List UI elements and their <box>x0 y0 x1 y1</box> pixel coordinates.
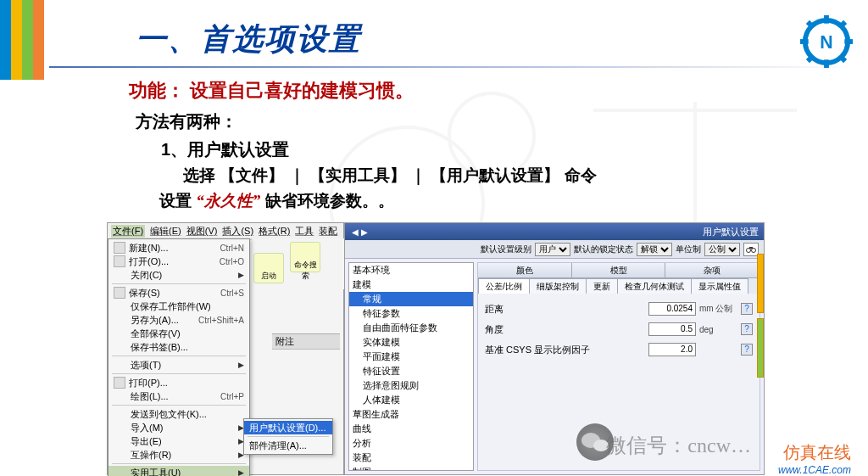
tree-item-6[interactable]: 平面建模 <box>349 350 473 364</box>
toolbar-start-button[interactable]: 启动 <box>253 253 284 283</box>
file-menu-item-12[interactable]: 打印(P)... <box>108 376 249 389</box>
submenu-item-0[interactable]: 用户默认设置(D)... <box>244 421 332 434</box>
menubar-item-1[interactable]: 编辑(E) <box>150 225 181 238</box>
tree-item-13[interactable]: 装配 <box>349 451 473 465</box>
setting-value-input[interactable]: 2.0 <box>648 343 696 356</box>
menu-item-accel: Ctrl+O <box>220 257 244 266</box>
file-menu-item-8[interactable]: 保存书签(B)... <box>108 340 249 354</box>
note-panel-header: 附注 <box>272 334 340 350</box>
tree-item-2[interactable]: 常规 <box>349 292 473 306</box>
settings-tree[interactable]: 基本环境建模常规特征参数自由曲面特征参数实体建模平面建模特征设置选择意图规则人体… <box>348 262 474 471</box>
tree-item-7[interactable]: 特征设置 <box>349 364 473 378</box>
file-menu-item-16[interactable]: 导入(M)▶ <box>108 421 249 434</box>
function-desc: 设置自己喜好的建模习惯。 <box>190 80 414 101</box>
path-suffix: 命令 <box>565 166 597 184</box>
submenu-item-2[interactable]: 部件清理(A)... <box>244 439 332 452</box>
sub-tab-1[interactable]: 细版架控制 <box>529 278 587 294</box>
menu-item-label: 保存(S) <box>129 287 214 300</box>
setting-row-0: 距离0.0254mm 公制? <box>485 302 753 316</box>
path-seg-userdefaults: 【用户默认设置】 <box>431 166 559 184</box>
help-icon[interactable]: ? <box>741 323 753 335</box>
file-menu-item-17[interactable]: 导出(E)▶ <box>108 434 249 448</box>
menu-item-label: 导入(M) <box>131 422 235 434</box>
category-tab-2[interactable]: 杂项 <box>665 263 760 277</box>
perm-quote-close: ” <box>253 192 261 210</box>
tree-item-3[interactable]: 特征参数 <box>349 306 473 321</box>
tree-item-12[interactable]: 分析 <box>349 436 473 451</box>
menu-item-icon <box>114 377 125 389</box>
menubar: 文件(F)编辑(E)视图(V)插入(S)格式(R)工具装配 <box>108 223 343 240</box>
category-tab-1[interactable]: 模型 <box>572 263 666 277</box>
file-menu-item-7[interactable]: 全部保存(V) <box>108 327 249 340</box>
menu-separator <box>112 283 246 284</box>
level-select[interactable]: 用户 <box>535 243 570 256</box>
tree-item-1[interactable]: 建模 <box>349 277 473 292</box>
file-menu-item-5[interactable]: 仅保存工作部件(W) <box>108 300 249 313</box>
lock-select[interactable]: 解锁 <box>637 243 672 256</box>
menu-item-label: 关闭(C) <box>131 269 235 282</box>
utilities-submenu: 用户默认设置(D)...部件清理(A)... <box>243 418 333 455</box>
menu-item-accel: Ctrl+N <box>220 244 244 253</box>
sub-tab-2[interactable]: 更新 <box>586 278 618 294</box>
tree-item-14[interactable]: 制图 <box>349 465 473 471</box>
sub-tab-4[interactable]: 显示属性值 <box>691 278 748 294</box>
svg-rect-9 <box>844 39 853 44</box>
help-icon[interactable]: ? <box>741 303 753 315</box>
tree-item-4[interactable]: 自由曲面特征参数 <box>349 321 473 335</box>
file-menu-item-13[interactable]: 绘图(L)...Ctrl+P <box>108 389 249 403</box>
submenu-arrow-icon: ▶ <box>238 271 244 279</box>
sub-tab-0[interactable]: 公差/比例 <box>478 278 530 294</box>
unit-select[interactable]: 公制 <box>704 243 740 256</box>
setting-value-input[interactable]: 0.5 <box>648 322 696 336</box>
svg-text:N: N <box>820 32 832 53</box>
dialog-title-bar: ◀ ▶ 用户默认设置 <box>345 223 764 240</box>
setting-value-input[interactable]: 0.0254 <box>648 302 696 316</box>
file-menu-dropdown: 新建(N)...Ctrl+N打开(O)...Ctrl+O关闭(C)▶保存(S)C… <box>108 238 250 476</box>
setting-row-1: 角度0.5deg? <box>485 322 753 336</box>
dialog-nav-arrows[interactable]: ◀ ▶ <box>352 227 368 237</box>
menubar-item-6[interactable]: 装配 <box>319 225 337 238</box>
menubar-item-3[interactable]: 插入(S) <box>222 225 253 238</box>
file-menu-item-18[interactable]: 互操作(R)▶ <box>108 448 249 462</box>
menu-separator <box>112 356 246 356</box>
menu-item-label: 打印(P)... <box>129 377 244 389</box>
menubar-item-5[interactable]: 工具 <box>295 225 314 238</box>
tree-item-11[interactable]: 曲线 <box>349 422 473 436</box>
setting-label: 距离 <box>485 303 648 316</box>
permanent-line: 设置 “永久性” 缺省环境参数。。 <box>159 190 834 212</box>
sub-tabs: 公差/比例细版架控制更新检查几何体测试显示属性值 <box>478 278 760 294</box>
file-menu-item-2[interactable]: 关闭(C)▶ <box>108 268 249 282</box>
tree-item-9[interactable]: 人体建模 <box>349 393 473 407</box>
menu-item-icon <box>114 242 125 254</box>
setting-row-2: 基准 CSYS 显示比例因子2.0? <box>485 343 753 356</box>
file-menu-item-1[interactable]: 打开(O)...Ctrl+O <box>108 255 249 268</box>
setting-label: 基准 CSYS 显示比例因子 <box>485 344 648 356</box>
category-tab-0[interactable]: 颜色 <box>478 263 572 277</box>
tree-item-0[interactable]: 基本环境 <box>349 263 473 277</box>
menubar-item-2[interactable]: 视图(V) <box>186 225 218 238</box>
submenu-arrow-icon: ▶ <box>238 468 244 476</box>
menu-item-accel: Ctrl+S <box>220 288 244 298</box>
menu-item-icon <box>114 287 125 299</box>
handle-1 <box>757 254 764 313</box>
tree-item-5[interactable]: 实体建模 <box>349 335 473 350</box>
path-seg-file: 【文件】 <box>220 166 284 184</box>
tree-item-10[interactable]: 草图生成器 <box>349 407 473 422</box>
file-menu-item-20[interactable]: 实用工具(U)▶ <box>108 466 249 476</box>
file-menu-item-4[interactable]: 保存(S)Ctrl+S <box>108 286 249 300</box>
menubar-item-4[interactable]: 格式(R) <box>259 225 290 238</box>
menubar-item-0[interactable]: 文件(F) <box>111 225 145 238</box>
file-menu-item-10[interactable]: 选项(T)▶ <box>108 358 249 372</box>
help-icon[interactable]: ? <box>741 344 753 356</box>
function-label: 功能： <box>129 80 185 101</box>
site-url-watermark: www.1CAE.com <box>778 464 851 476</box>
menu-item-label: 打开(O)... <box>129 255 213 268</box>
file-menu-item-6[interactable]: 另存为(A)...Ctrl+Shift+A <box>108 313 249 327</box>
sub-tab-3[interactable]: 检查几何体测试 <box>617 278 692 294</box>
file-menu-screenshot: 文件(F)编辑(E)视图(V)插入(S)格式(R)工具装配 启动 命令搜索 附注… <box>107 222 344 475</box>
file-menu-item-0[interactable]: 新建(N)...Ctrl+N <box>108 241 249 255</box>
tree-item-8[interactable]: 选择意图规则 <box>349 378 473 393</box>
svg-point-16 <box>752 248 756 252</box>
toolbar-cmd-button[interactable]: 命令搜索 <box>290 242 320 272</box>
file-menu-item-15[interactable]: 发送到包文件(K)... <box>108 407 249 421</box>
